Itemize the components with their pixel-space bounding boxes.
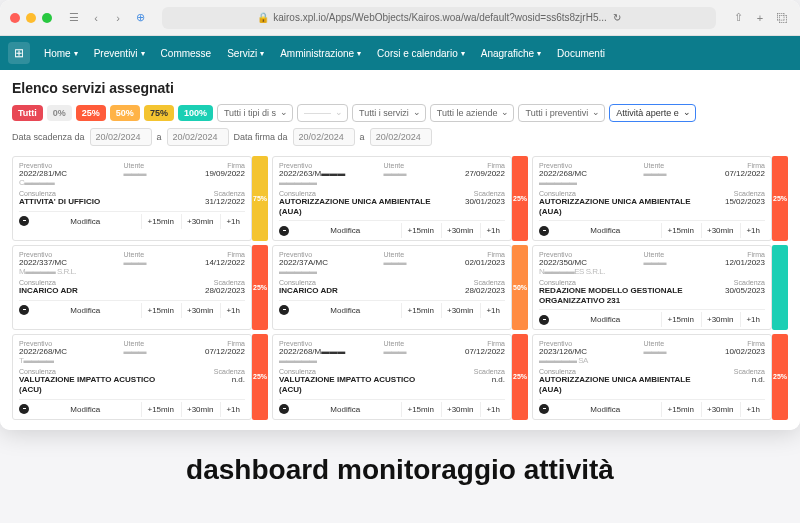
plus-30min-button[interactable]: +30min xyxy=(701,312,738,327)
plus-15min-button[interactable]: +15min xyxy=(401,402,438,417)
modifica-button[interactable]: Modifica xyxy=(551,402,659,417)
progress-badge[interactable]: 50% xyxy=(512,245,528,330)
plus-1h-button[interactable]: +1h xyxy=(480,223,505,238)
progress-badge[interactable]: 25% xyxy=(512,156,528,241)
back-icon[interactable]: ‹ xyxy=(88,10,104,26)
service-card[interactable]: Preventivo 2022/263/M▬▬▬ ▬▬▬▬▬ Utente ▬▬… xyxy=(272,156,512,241)
plus-15min-button[interactable]: +15min xyxy=(141,303,178,318)
plus-30min-button[interactable]: +30min xyxy=(181,214,218,229)
firma-a-input[interactable] xyxy=(370,128,432,146)
filter-blurred-select[interactable]: ——— xyxy=(297,104,348,122)
service-card[interactable]: Preventivo 2022/268/MC ▬▬▬▬▬ Utente ▬▬▬ … xyxy=(532,156,772,241)
scadenza-da-input[interactable] xyxy=(90,128,152,146)
nav-documenti[interactable]: Documenti xyxy=(549,42,613,65)
plus-30min-button[interactable]: +30min xyxy=(181,303,218,318)
plus-1h-button[interactable]: +1h xyxy=(740,312,765,327)
modifica-button[interactable]: Modifica xyxy=(551,312,659,327)
pill-0[interactable]: 0% xyxy=(47,105,72,121)
close-window-icon[interactable] xyxy=(10,13,20,23)
plus-30min-button[interactable]: +30min xyxy=(441,303,478,318)
minimize-window-icon[interactable] xyxy=(26,13,36,23)
clock-icon[interactable] xyxy=(19,404,29,414)
modifica-button[interactable]: Modifica xyxy=(291,303,399,318)
progress-badge[interactable]: 75% xyxy=(252,156,268,241)
clock-icon[interactable] xyxy=(279,404,289,414)
clock-icon[interactable] xyxy=(539,315,549,325)
plus-1h-button[interactable]: +1h xyxy=(220,402,245,417)
url-bar[interactable]: 🔒 kairos.xpl.io/Apps/WebObjects/Kairos.w… xyxy=(162,7,716,29)
plus-1h-button[interactable]: +1h xyxy=(740,402,765,417)
share-icon[interactable]: ⇧ xyxy=(730,10,746,26)
service-card[interactable]: Preventivo 2022/350/MC N▬▬▬▬ES S.R.L. Ut… xyxy=(532,245,772,330)
modifica-button[interactable]: Modifica xyxy=(31,303,139,318)
filter-aziende-select[interactable]: Tutti le aziende xyxy=(430,104,515,122)
service-card[interactable]: Preventivo 2022/268/MC T▬▬▬▬ Utente ▬▬▬ … xyxy=(12,334,252,419)
scadenza-a-input[interactable] xyxy=(167,128,229,146)
plus-15min-button[interactable]: +15min xyxy=(141,214,178,229)
plus-30min-button[interactable]: +30min xyxy=(701,402,738,417)
filter-attivita-select[interactable]: Attività aperte e xyxy=(609,104,696,122)
plus-1h-button[interactable]: +1h xyxy=(480,402,505,417)
progress-badge[interactable] xyxy=(772,245,788,330)
filter-servizi-select[interactable]: Tutti i servizi xyxy=(352,104,426,122)
plus-1h-button[interactable]: +1h xyxy=(220,214,245,229)
plus-15min-button[interactable]: +15min xyxy=(661,223,698,238)
pill-50[interactable]: 50% xyxy=(110,105,140,121)
pill-100[interactable]: 100% xyxy=(178,105,213,121)
plus-30min-button[interactable]: +30min xyxy=(441,402,478,417)
clock-icon[interactable] xyxy=(279,305,289,315)
progress-badge[interactable]: 25% xyxy=(772,156,788,241)
progress-badge[interactable]: 25% xyxy=(252,245,268,330)
pill-all[interactable]: Tutti xyxy=(12,105,43,121)
progress-badge[interactable]: 25% xyxy=(772,334,788,419)
clock-icon[interactable] xyxy=(539,226,549,236)
modifica-button[interactable]: Modifica xyxy=(551,223,659,238)
firma-da-input[interactable] xyxy=(293,128,355,146)
nav-preventivi[interactable]: Preventivi▾ xyxy=(86,42,153,65)
progress-badge[interactable]: 25% xyxy=(512,334,528,419)
service-card[interactable]: Preventivo 2022/337/MC M▬▬▬▬ S.R.L. Uten… xyxy=(12,245,252,330)
plus-15min-button[interactable]: +15min xyxy=(401,303,438,318)
clock-icon[interactable] xyxy=(539,404,549,414)
maximize-window-icon[interactable] xyxy=(42,13,52,23)
plus-1h-button[interactable]: +1h xyxy=(740,223,765,238)
service-card[interactable]: Preventivo 2022/281/MC C▬▬▬▬ Utente ▬▬▬ … xyxy=(12,156,252,241)
shield-icon[interactable]: ⊕ xyxy=(132,10,148,26)
modifica-button[interactable]: Modifica xyxy=(31,402,139,417)
modifica-button[interactable]: Modifica xyxy=(291,223,399,238)
plus-1h-button[interactable]: +1h xyxy=(220,303,245,318)
nav-servizi[interactable]: Servizi▾ xyxy=(219,42,272,65)
service-card[interactable]: Preventivo 2022/268/M▬▬▬ ▬▬▬▬▬ Utente ▬▬… xyxy=(272,334,512,419)
sidebar-toggle-icon[interactable]: ☰ xyxy=(66,10,82,26)
modifica-button[interactable]: Modifica xyxy=(291,402,399,417)
service-card[interactable]: Preventivo 2023/126/MC ▬▬▬▬▬ SA Utente ▬… xyxy=(532,334,772,419)
progress-badge[interactable]: 25% xyxy=(252,334,268,419)
nav-amministrazione[interactable]: Amministrazione▾ xyxy=(272,42,369,65)
plus-30min-button[interactable]: +30min xyxy=(441,223,478,238)
filter-tipo-select[interactable]: Tutti i tipi di s xyxy=(217,104,293,122)
plus-15min-button[interactable]: +15min xyxy=(661,312,698,327)
forward-icon[interactable]: › xyxy=(110,10,126,26)
pill-25[interactable]: 25% xyxy=(76,105,106,121)
plus-15min-button[interactable]: +15min xyxy=(661,402,698,417)
filter-preventivi-select[interactable]: Tutti i preventivi xyxy=(518,104,605,122)
plus-30min-button[interactable]: +30min xyxy=(701,223,738,238)
pill-75[interactable]: 75% xyxy=(144,105,174,121)
service-card[interactable]: Preventivo 2022/37A/MC ▬▬▬▬▬ Utente ▬▬▬ … xyxy=(272,245,512,330)
modifica-button[interactable]: Modifica xyxy=(31,214,139,229)
tabs-icon[interactable]: ⿻ xyxy=(774,10,790,26)
plus-15min-button[interactable]: +15min xyxy=(401,223,438,238)
clock-icon[interactable] xyxy=(19,216,29,226)
plus-1h-button[interactable]: +1h xyxy=(480,303,505,318)
nav-anagrafiche[interactable]: Anagrafiche▾ xyxy=(473,42,549,65)
plus-30min-button[interactable]: +30min xyxy=(181,402,218,417)
nav-home[interactable]: Home▾ xyxy=(36,42,86,65)
nav-commesse[interactable]: Commesse xyxy=(153,42,220,65)
clock-icon[interactable] xyxy=(279,226,289,236)
plus-15min-button[interactable]: +15min xyxy=(141,402,178,417)
reload-icon[interactable]: ↻ xyxy=(613,12,621,23)
clock-icon[interactable] xyxy=(19,305,29,315)
new-tab-icon[interactable]: + xyxy=(752,10,768,26)
brand-logo-icon[interactable]: ⊞ xyxy=(8,42,30,64)
nav-corsi e calendario[interactable]: Corsi e calendario▾ xyxy=(369,42,473,65)
